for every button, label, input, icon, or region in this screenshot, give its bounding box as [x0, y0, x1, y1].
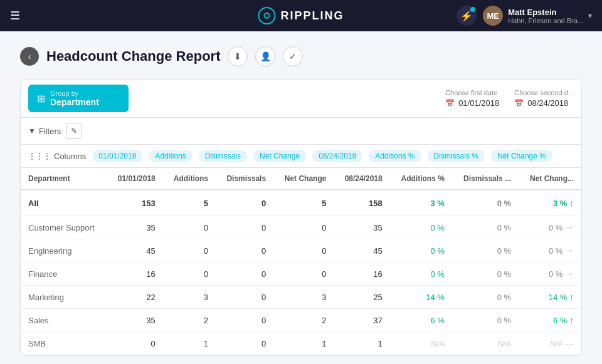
table-row: SMB 0 1 0 1 1 N/A N/A N/A —	[21, 332, 581, 355]
page-header: ‹ Headcount Change Report ⬇ 👤 ✓	[20, 46, 582, 66]
cell-dismissals: 0	[216, 216, 273, 239]
back-button[interactable]: ‹	[20, 47, 39, 66]
calendar-icon-2: 📅	[514, 99, 524, 108]
cell-net-change: 5	[273, 190, 334, 216]
cell-dismissals: 0	[216, 239, 273, 263]
cell-dept: SMB	[21, 332, 107, 355]
edit-icon: ✎	[71, 127, 77, 135]
cell-net-pct: 14 % ↑	[519, 286, 581, 309]
user-text: Matt Epstein Hahn, Friesen and Bra...	[508, 8, 583, 24]
hamburger-icon[interactable]: ☰	[10, 9, 20, 23]
cell-additions: 0	[163, 239, 216, 263]
logo: RIPPLING	[258, 7, 344, 24]
cell-dept: Marketing	[21, 286, 107, 309]
group-by-label: Group by	[50, 90, 99, 97]
report-card: ⊞ Group by Department Choose first date …	[20, 79, 582, 356]
col-tag-date2[interactable]: 08/24/2018	[312, 150, 362, 162]
notifications-button[interactable]: ⚡	[457, 6, 477, 26]
cell-dis-pct: 0 %	[452, 286, 519, 309]
table-row: Marketing 22 3 0 3 25 14 % 0 % 14 % ↑	[21, 286, 581, 309]
user-menu[interactable]: ME Matt Epstein Hahn, Friesen and Bra...…	[483, 6, 592, 26]
cell-dis-pct: N/A	[452, 332, 519, 355]
cell-dis-pct: 0 %	[452, 239, 519, 263]
check-button[interactable]: ✓	[283, 46, 303, 66]
download-button[interactable]: ⬇	[228, 46, 248, 66]
col-header-department: Department	[21, 168, 107, 190]
filters-label: Filters	[39, 127, 61, 136]
col-tag-date1[interactable]: 01/01/2018	[92, 150, 142, 162]
group-by-button[interactable]: ⊞ Group by Department	[28, 85, 129, 112]
chevron-down-icon: ▾	[588, 11, 592, 20]
logo-inner-circle	[263, 13, 270, 19]
first-date-control[interactable]: Choose first date 📅 01/01/2018	[445, 89, 499, 108]
col-header-dismissals: Dismissals	[216, 168, 273, 190]
cell-net-pct: 3 % ↑	[519, 190, 581, 216]
cell-date1: 35	[107, 309, 163, 332]
filters-button[interactable]: ▼ Filters	[28, 127, 61, 136]
people-button[interactable]: 👤	[255, 46, 275, 66]
cell-net-change: 3	[273, 286, 334, 309]
cell-dept: Finance	[21, 263, 107, 286]
second-date-value: 📅 08/24/2018	[514, 98, 574, 108]
col-tag-dismissals-pct[interactable]: Dismissals %	[428, 150, 485, 162]
cell-add-pct: N/A	[390, 332, 452, 355]
cell-dismissals: 0	[216, 332, 273, 355]
cell-dismissals: 0	[216, 190, 273, 216]
check-icon: ✓	[289, 51, 297, 61]
cell-net-pct: N/A —	[519, 332, 581, 355]
page-title: Headcount Change Report	[46, 48, 220, 65]
main-content: ‹ Headcount Change Report ⬇ 👤 ✓ ⊞ Group …	[0, 31, 602, 364]
trend-up-icon: ↑	[569, 292, 574, 302]
cell-dis-pct: 0 %	[452, 263, 519, 286]
cell-net-change: 0	[273, 263, 334, 286]
cell-net-change: 0	[273, 216, 334, 239]
second-date-text: 08/24/2018	[527, 98, 568, 108]
edit-filters-button[interactable]: ✎	[66, 123, 82, 139]
cell-dept: All	[21, 190, 107, 216]
second-date-control[interactable]: Choose second d... 📅 08/24/2018	[514, 89, 574, 108]
group-by-text: Group by Department	[50, 90, 99, 107]
cell-net-pct: 6 % ↑	[519, 309, 581, 332]
calendar-icon: 📅	[445, 99, 455, 108]
cell-add-pct: 0 %	[390, 263, 452, 286]
cell-date2: 25	[334, 286, 389, 309]
cell-date2: 158	[334, 190, 389, 216]
col-header-additions: Additions	[163, 168, 216, 190]
cell-date1: 153	[107, 190, 163, 216]
filters-row: ▼ Filters ✎	[21, 118, 581, 145]
second-date-label: Choose second d...	[514, 89, 574, 96]
date-controls: Choose first date 📅 01/01/2018 Choose se…	[445, 89, 574, 108]
group-icon: ⊞	[37, 93, 45, 105]
cell-date1: 16	[107, 263, 163, 286]
col-tag-net-change-pct[interactable]: Net Change %	[491, 150, 552, 162]
cell-date2: 1	[334, 332, 389, 355]
cell-net-pct: 0 % →	[519, 239, 581, 263]
col-header-net-change: Net Change	[273, 168, 334, 190]
table-header-row: Department 01/01/2018 Additions Dismissa…	[21, 168, 581, 190]
trend-na-icon: —	[565, 338, 574, 348]
people-icon: 👤	[260, 51, 271, 61]
cell-net-change: 2	[273, 309, 334, 332]
cell-additions: 0	[163, 216, 216, 239]
columns-label: ⋮⋮⋮ Columns	[28, 152, 86, 161]
cell-add-pct: 0 %	[390, 216, 452, 239]
col-tag-additions-pct[interactable]: Additions %	[369, 150, 421, 162]
logo-circle	[258, 7, 275, 24]
cell-date2: 37	[334, 309, 389, 332]
col-header-date1: 01/01/2018	[107, 168, 163, 190]
cell-date2: 16	[334, 263, 389, 286]
card-top-row: ⊞ Group by Department Choose first date …	[21, 80, 581, 118]
cell-dismissals: 0	[216, 286, 273, 309]
cell-dis-pct: 0 %	[452, 216, 519, 239]
table-row: Sales 35 2 0 2 37 6 % 0 % 6 % ↑	[21, 309, 581, 332]
top-navigation: ☰ RIPPLING ⚡ ME Matt Epstein Hahn, Fries…	[0, 0, 602, 31]
col-tag-dismissals[interactable]: Dismissals	[199, 150, 247, 162]
col-tag-additions[interactable]: Additions	[149, 150, 192, 162]
cell-date1: 45	[107, 239, 163, 263]
col-tag-net-change[interactable]: Net Change	[253, 150, 306, 162]
download-icon: ⬇	[234, 51, 241, 61]
rippling-logo-text: RIPPLING	[280, 9, 344, 23]
avatar: ME	[483, 6, 503, 26]
trend-right-icon: →	[565, 246, 574, 256]
trend-up-icon: ↑	[569, 198, 574, 208]
